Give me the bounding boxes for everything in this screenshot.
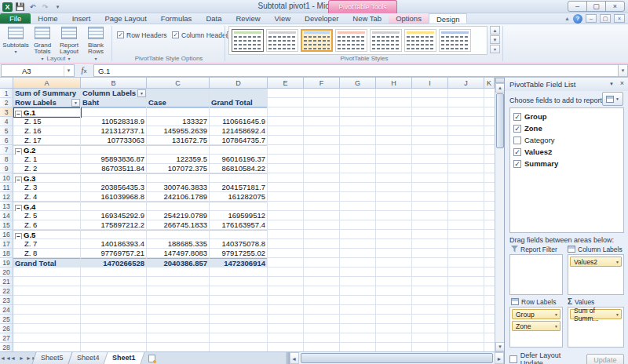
zone-label[interactable]: Z. 1	[13, 155, 81, 164]
workbook-close-button[interactable]: ×	[614, 14, 625, 23]
row-header-26[interactable]: 26	[0, 324, 13, 333]
value-cell[interactable]: 95893836.87	[81, 155, 147, 164]
pane-options-dropdown-icon[interactable]: ▼	[609, 82, 614, 86]
group-header-cell[interactable]: −G.5	[13, 231, 268, 239]
insert-worksheet-tab[interactable]	[143, 352, 160, 364]
minimize-button[interactable]: –	[568, 1, 587, 12]
column-header-H[interactable]: H	[376, 78, 412, 89]
pivot-style-thumbnail-2[interactable]	[266, 29, 298, 52]
tab-new-tab[interactable]: New Tab	[345, 13, 389, 24]
value-cell[interactable]: 107072.375	[147, 164, 210, 173]
pane-layout-button[interactable]: ▼	[602, 92, 623, 106]
row-header-17[interactable]: 17	[0, 239, 13, 249]
value-cell[interactable]: 147497.8083	[147, 249, 210, 258]
field-pill-sum-of-summ[interactable]: Sum of Summ...▼	[570, 309, 622, 319]
tab-options[interactable]: Options	[389, 13, 429, 24]
value-cell[interactable]: 121312737.1	[81, 126, 147, 136]
value-cell[interactable]: 2040386.857	[147, 259, 210, 268]
tab-page-layout[interactable]: Page Layout	[97, 13, 153, 24]
value-cell[interactable]: 110661645.9	[210, 117, 268, 126]
value-cell[interactable]: 203856435.3	[81, 183, 147, 192]
pill-dropdown-icon[interactable]: ▼	[615, 312, 619, 317]
pivot-style-thumbnail-5[interactable]	[370, 29, 402, 52]
close-button[interactable]: ×	[605, 1, 625, 12]
row-header-14[interactable]: 14	[0, 211, 13, 220]
row-header-21[interactable]: 21	[0, 277, 13, 286]
horizontal-scroll-thumb[interactable]	[301, 353, 493, 363]
grand-total-label[interactable]: Grand Total	[13, 259, 81, 268]
row-header-3[interactable]: 3	[0, 107, 13, 117]
value-column-header[interactable]: Case	[147, 98, 210, 107]
value-cell[interactable]: 175897212.2	[81, 220, 147, 230]
value-column-header[interactable]: Baht	[81, 98, 147, 107]
row-header-27[interactable]: 27	[0, 333, 13, 343]
column-header-J[interactable]: J	[448, 78, 484, 89]
column-headers-checkbox[interactable]: ✓Column Headers	[172, 29, 227, 41]
column-header-I[interactable]: I	[412, 78, 448, 89]
row-header-16[interactable]: 16	[0, 230, 13, 239]
value-cell[interactable]: 145955.2639	[147, 126, 210, 136]
select-all-corner[interactable]	[0, 78, 13, 89]
row-header-28[interactable]: 28	[0, 343, 13, 351]
value-cell[interactable]: 107733063	[81, 136, 147, 145]
value-cell[interactable]: 176163957.4	[210, 220, 268, 230]
zone-label[interactable]: Z. 16	[13, 126, 81, 136]
field-checkbox-icon[interactable]: ✓	[513, 160, 521, 168]
value-cell[interactable]: 140375078.8	[210, 239, 268, 249]
group-header-cell[interactable]: −G.4	[13, 202, 268, 211]
row-header-11[interactable]: 11	[0, 183, 13, 192]
zone-label[interactable]: Z. 2	[13, 164, 81, 173]
pill-dropdown-icon[interactable]: ▼	[615, 260, 619, 264]
column-header-E[interactable]: E	[268, 78, 304, 89]
value-cell[interactable]: 300746.3833	[147, 183, 210, 192]
value-cell[interactable]: 1472306914	[210, 259, 268, 268]
value-cell[interactable]: 169599512	[210, 211, 268, 220]
subtotals-button[interactable]: Subtotals▾	[2, 26, 29, 54]
row-header-2[interactable]: 2	[0, 98, 13, 107]
next-sheet-icon[interactable]: ►	[17, 352, 26, 364]
value-cell[interactable]: 161282075	[210, 192, 268, 202]
tab-formulas[interactable]: Formulas	[154, 13, 199, 24]
column-header-F[interactable]: F	[304, 78, 340, 89]
tab-insert[interactable]: Insert	[65, 13, 98, 24]
field-pill-values2[interactable]: Values2▼	[570, 257, 622, 267]
value-cell[interactable]: 133327	[147, 117, 210, 126]
sheet-tab-sheet1[interactable]: Sheet1	[104, 352, 144, 364]
field-checkbox-icon[interactable]	[513, 136, 521, 144]
zone-label[interactable]: Z. 15	[13, 117, 81, 126]
report-layout-button[interactable]: Report Layout▾	[56, 26, 82, 54]
first-sheet-icon[interactable]: ◄◄	[0, 352, 9, 364]
pivot-style-thumbnail-1[interactable]	[232, 29, 264, 52]
row-header-24[interactable]: 24	[0, 305, 13, 315]
tab-developer[interactable]: Developer	[298, 13, 345, 24]
pivot-style-thumbnail-7[interactable]	[439, 29, 471, 52]
gallery-down-icon[interactable]: ▼	[490, 35, 500, 44]
zone-label[interactable]: Z. 6	[13, 220, 81, 230]
collapse-icon[interactable]: −	[15, 233, 22, 239]
value-cell[interactable]: 97769757.21	[81, 249, 147, 258]
column-header-G[interactable]: G	[340, 78, 376, 89]
name-box[interactable]: A3▼	[1, 64, 75, 77]
row-header-8[interactable]: 8	[0, 155, 13, 164]
collapse-icon[interactable]: −	[15, 148, 22, 155]
pivot-corner-cell[interactable]: Sum of Summary	[13, 89, 81, 98]
field-item-group[interactable]: ✓Group	[512, 111, 622, 122]
pivot-header-cell[interactable]	[147, 89, 210, 98]
row-header-20[interactable]: 20	[0, 268, 13, 277]
field-checkbox-icon[interactable]: ✓	[513, 113, 521, 121]
value-cell[interactable]: 188685.335	[147, 239, 210, 249]
blank-rows-button[interactable]: Blank Rows▾	[82, 26, 109, 54]
field-item-values2[interactable]: ✓Values2	[512, 146, 622, 158]
row-labels-cell[interactable]: Row Labels▼	[13, 98, 81, 107]
scroll-right-icon[interactable]: ►	[495, 352, 504, 364]
value-cell[interactable]: 122359.5	[147, 155, 210, 164]
values-area[interactable]: Sum of Summ...▼	[568, 307, 624, 348]
horizontal-scrollbar[interactable]	[299, 352, 495, 364]
value-cell[interactable]: 1470266528	[81, 259, 147, 268]
row-header-18[interactable]: 18	[0, 249, 13, 258]
zone-label[interactable]: Z. 7	[13, 239, 81, 249]
report-filter-area[interactable]	[509, 254, 563, 295]
value-cell[interactable]: 204157181.7	[210, 183, 268, 192]
row-header-6[interactable]: 6	[0, 136, 13, 145]
value-cell[interactable]: 254219.0789	[147, 211, 210, 220]
